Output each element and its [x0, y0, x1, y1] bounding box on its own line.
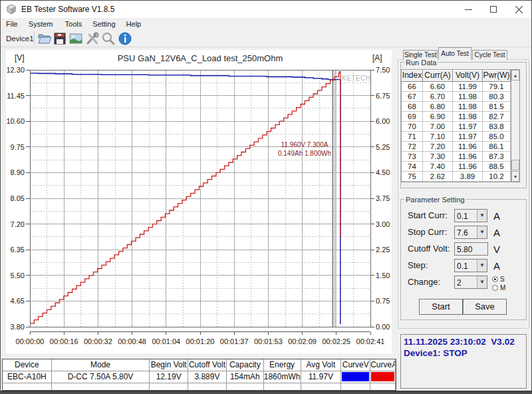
- stop-curr-combobox[interactable]: 7.6▼: [454, 226, 487, 239]
- run-data-cell: 7.20: [423, 142, 453, 152]
- svg-text:2.25: 2.25: [376, 246, 390, 254]
- chevron-down-icon[interactable]: ▼: [477, 226, 487, 238]
- radio-m-label: M: [500, 284, 505, 292]
- run-data-cell: 68: [402, 102, 423, 112]
- run-data-cell: 2.62: [423, 172, 453, 182]
- svg-text:KETECH: KETECH: [342, 75, 371, 82]
- run-data-cell: 11.96: [453, 142, 483, 152]
- start-button[interactable]: Start: [419, 299, 463, 315]
- tools-icon[interactable]: [85, 31, 100, 46]
- change-unit-m-radio[interactable]: M: [492, 284, 505, 292]
- run-data-cell: 74: [402, 162, 423, 172]
- summary-data-row[interactable]: EBC-A10HD-CC 7.50A 5.80V12.19V3.889V154m…: [3, 371, 396, 383]
- save-icon[interactable]: [53, 31, 67, 46]
- summary-table: DeviceModeBegin VoltCutoff VoltCapacityE…: [2, 359, 396, 391]
- run-data-cell: 11.96: [453, 152, 483, 162]
- menu-file[interactable]: File: [6, 20, 18, 28]
- svg-text:7.20: 7.20: [11, 220, 25, 228]
- image-icon[interactable]: [68, 31, 83, 46]
- svg-text:3.00: 3.00: [376, 220, 390, 228]
- summary-col-header: Begin Volt: [150, 359, 188, 371]
- run-data-row[interactable]: 752.623.8910.2: [402, 172, 519, 182]
- summary-cell: [370, 383, 396, 391]
- summary-cell: 11.97V: [301, 371, 342, 383]
- menu-system[interactable]: System: [29, 20, 53, 28]
- minimize-button[interactable]: [456, 1, 481, 18]
- tab-cycle-test[interactable]: Cycle Test: [472, 50, 507, 60]
- svg-text:00:02:09: 00:02:09: [288, 337, 317, 345]
- scroll-thumb[interactable]: [511, 160, 519, 170]
- run-data-cell: 7.10: [423, 132, 453, 142]
- run-data-cell: 11.97: [453, 122, 483, 132]
- radio-s-label: S: [500, 276, 505, 283]
- run-data-row[interactable]: 676.7011.9880.3: [402, 92, 519, 102]
- summary-cell: [227, 383, 264, 391]
- run-data-row[interactable]: 737.3011.9687.3: [402, 152, 519, 162]
- scroll-up-button[interactable]: ▲: [511, 70, 519, 81]
- maximize-button[interactable]: [481, 1, 506, 18]
- menu-help[interactable]: Help: [126, 20, 142, 28]
- open-file-icon[interactable]: [37, 31, 52, 46]
- run-data-cell: 80.3: [483, 92, 511, 102]
- svg-text:8.90: 8.90: [11, 168, 25, 176]
- window-bottom-edge: [1, 391, 532, 394]
- change-unit-s-radio[interactable]: S: [492, 276, 505, 283]
- device-selector[interactable]: Device1: [6, 35, 34, 43]
- stop-curr-unit: A: [493, 227, 500, 238]
- run-data-row[interactable]: 707.0011.9783.8: [402, 122, 519, 132]
- scroll-down-button[interactable]: ▼: [511, 171, 519, 182]
- svg-text:5.25: 5.25: [376, 143, 390, 151]
- status-line-datetime: 11.11.2025 23:10:02 V3.02: [404, 336, 523, 347]
- run-data-cell: 6.70: [423, 92, 453, 102]
- run-data-col-header: Volt(V): [453, 70, 483, 82]
- stop-curr-value: 7.6: [457, 228, 468, 238]
- cutoff-volt-value: 5.80: [457, 245, 472, 254]
- change-combobox[interactable]: 2▼: [454, 276, 487, 289]
- run-data-row[interactable]: 696.9011.9882.7: [402, 112, 519, 122]
- cutoff-volt-input[interactable]: 5.80: [454, 242, 488, 256]
- save-button[interactable]: Save: [463, 299, 507, 315]
- step-combobox[interactable]: 0.1▼: [454, 259, 487, 272]
- run-data-cell: 82.7: [483, 112, 511, 122]
- run-data-cell: 85.0: [483, 132, 511, 142]
- curve-v-swatch: [342, 372, 369, 381]
- run-data-cell: 7.30: [423, 152, 453, 162]
- maximize-icon: [490, 6, 497, 13]
- summary-col-header: Energy: [264, 359, 301, 371]
- close-icon: [515, 6, 523, 13]
- run-data-cell: 66: [402, 82, 423, 92]
- run-data-row[interactable]: 717.1011.9785.0: [402, 132, 519, 142]
- start-curr-combobox[interactable]: 0.1▼: [454, 209, 487, 222]
- chevron-down-icon[interactable]: ▼: [477, 210, 487, 222]
- run-data-scrollbar[interactable]: ▲ ▼: [511, 70, 519, 182]
- run-data-row[interactable]: 686.8011.9881.5: [402, 102, 519, 112]
- radio-m-icon: [492, 285, 498, 291]
- run-data-row[interactable]: 747.4011.9688.5: [402, 162, 519, 172]
- zoom-icon[interactable]: [101, 31, 116, 46]
- info-icon[interactable]: [118, 31, 132, 46]
- run-data-row[interactable]: 727.2011.9686.1: [402, 142, 519, 152]
- run-data-cell: 72: [402, 142, 423, 152]
- run-data-cell: 6.80: [423, 102, 453, 112]
- svg-text:11.45: 11.45: [7, 92, 25, 100]
- chevron-down-icon[interactable]: ▼: [477, 276, 487, 288]
- cutoff-volt-unit: V: [493, 244, 500, 255]
- tab-auto-test[interactable]: Auto Test: [438, 47, 471, 60]
- chevron-down-icon[interactable]: ▼: [477, 260, 487, 272]
- toolbar-separator: [34, 32, 35, 45]
- svg-text:0.00: 0.00: [376, 323, 390, 331]
- menu-setting[interactable]: Setting: [92, 20, 115, 28]
- run-data-cell: 11.98: [453, 102, 483, 112]
- svg-text:4.50: 4.50: [376, 168, 390, 176]
- summary-cell: [3, 383, 52, 391]
- summary-cell: D-CC 7.50A 5.80V: [52, 371, 150, 383]
- menu-tools[interactable]: Tools: [65, 20, 82, 28]
- run-data-cell: 83.8: [483, 122, 511, 132]
- run-data-row[interactable]: 666.6011.9979.1: [402, 82, 519, 92]
- cutoff-volt-label: Cutoff Volt:: [408, 244, 450, 254]
- run-data-cell: 75: [402, 172, 423, 182]
- close-button[interactable]: [506, 1, 531, 18]
- summary-cell: 3.889V: [188, 371, 227, 383]
- run-data-cell: 10.2: [483, 172, 511, 182]
- run-data-col-header: Index: [402, 70, 423, 82]
